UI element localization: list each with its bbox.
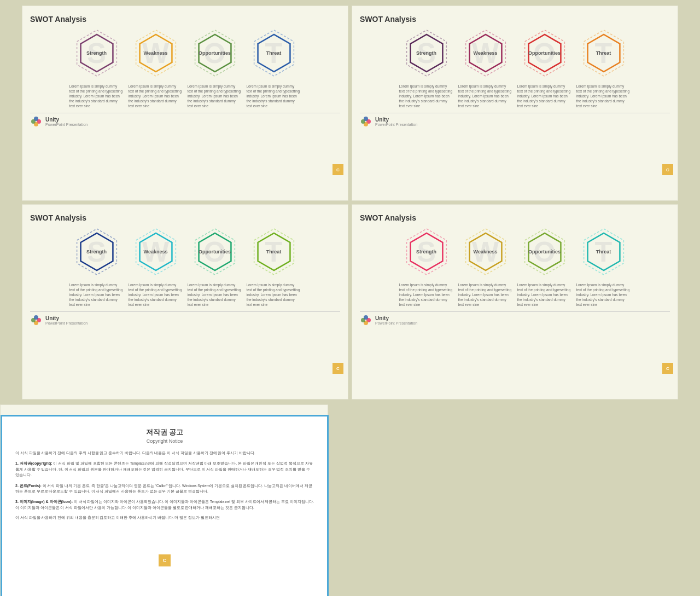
desc-threat: Lorem Ipsum is simply dummy text of the … <box>576 84 631 108</box>
hex-label-threat: Threat <box>255 249 293 254</box>
hex-item-weakness: WWeakness <box>129 29 183 77</box>
slide-2-footer-text: UnityPowerPoint Presentation <box>375 117 417 126</box>
hex-label-threat: Threat <box>585 50 623 56</box>
copyright-container: 저작권 공고 Copyright Notice 이 서식 파일을 사용하기 전에… <box>0 404 328 596</box>
hex-wrapper-opportunities: OOpportunities <box>517 29 572 77</box>
bottom-row: 저작권 공고 Copyright Notice 이 서식 파일을 사용하기 전에… <box>0 404 700 596</box>
hex-label-threat: Threat <box>255 50 293 56</box>
hex-item-threat: TThreat <box>576 228 631 276</box>
hex-wrapper-threat: TThreat <box>247 228 301 276</box>
unity-logo-icon <box>360 314 372 326</box>
copyright-panel: 저작권 공고 Copyright Notice 이 서식 파일을 사용하기 전에… <box>1 415 329 596</box>
hex-wrapper-strength: SStrength <box>399 228 454 276</box>
slide-1-hexagons-row: SStrengthWWeaknessOOpportunitiesTThreat <box>30 29 340 77</box>
hex-wrapper-opportunities: OOpportunities <box>517 228 572 276</box>
copyright-sec2-title: 2. 폰트(Fonts): <box>15 484 42 488</box>
desc-opportunities: Lorem Ipsum is simply dummy text of the … <box>188 84 242 108</box>
footer-sub: PowerPoint Presentation <box>45 123 88 126</box>
slide-1-title: SWOT Analysis <box>30 15 340 24</box>
svg-point-7 <box>364 117 368 121</box>
hex-wrapper-weakness: WWeakness <box>458 29 513 77</box>
copyright-sec3-title: 3. 이미지(Image) & 아이콘(Icon): <box>15 500 73 504</box>
footer-sub: PowerPoint Presentation <box>45 321 88 325</box>
copyright-sec1-title: 1. 저작권(copyright): <box>15 461 52 465</box>
slide-4-footer-text: UnityPowerPoint Presentation <box>375 315 417 325</box>
hex-item-threat: TThreat <box>247 29 301 77</box>
desc-opportunities: Lorem Ipsum is simply dummy text of the … <box>188 282 242 307</box>
hex-label-weakness: Weakness <box>466 50 505 56</box>
hex-wrapper-weakness: WWeakness <box>129 29 183 77</box>
copyright-section-1: 1. 저작권(copyright): 이 서식 파일 및 파일에 포함된 모든 … <box>15 460 314 478</box>
c-badge: C <box>662 363 673 374</box>
slide-3-footer-text: UnityPowerPoint Presentation <box>45 315 88 325</box>
hex-wrapper-strength: SStrength <box>69 228 124 276</box>
slide-1: SWOT AnalysisSStrengthWWeaknessOOpportun… <box>22 5 348 201</box>
copyright-intro: 이 서식 파일을 사용하기 전에 다음의 주의 사항을 읽고 준수하기 바랍니다… <box>15 450 314 456</box>
hex-item-threat: TThreat <box>576 29 631 77</box>
footer-sub: PowerPoint Presentation <box>375 123 417 126</box>
copyright-body: 이 서식 파일을 사용하기 전에 다음의 주의 사항을 읽고 준수하기 바랍니다… <box>15 450 314 521</box>
hex-item-weakness: WWeakness <box>458 29 513 77</box>
slide-2-desc-row: Lorem Ipsum is simply dummy text of the … <box>360 84 670 108</box>
desc-weakness: Lorem Ipsum is simply dummy text of the … <box>129 282 183 307</box>
hex-item-threat: TThreat <box>247 228 301 276</box>
desc-threat: Lorem Ipsum is simply dummy text of the … <box>576 282 631 307</box>
hex-label-strength: Strength <box>78 50 116 56</box>
footer-brand: Unity <box>45 315 88 321</box>
footer-brand: Unity <box>45 117 88 123</box>
hex-item-opportunities: OOpportunities <box>517 228 572 276</box>
slide-3: SWOT AnalysisSStrengthWWeaknessOOpportun… <box>22 204 348 400</box>
desc-strength: Lorem Ipsum is simply dummy text of the … <box>69 84 124 108</box>
unity-logo-icon <box>30 314 42 326</box>
hex-wrapper-strength: SStrength <box>399 29 454 77</box>
hex-wrapper-threat: TThreat <box>576 29 631 77</box>
copyright-footer-text: 이 서식 파일을 사용하기 전에 위의 내용을 충분히 검토하고 이해한 후에 … <box>15 515 314 520</box>
hex-item-opportunities: OOpportunities <box>188 228 242 276</box>
slides-grid: SWOT AnalysisSStrengthWWeaknessOOpportun… <box>22 5 678 400</box>
slide-4-hexagons-row: SStrengthWWeaknessOOpportunitiesTThreat <box>360 228 670 276</box>
slide-4-footer: UnityPowerPoint Presentation <box>360 311 670 326</box>
hex-item-weakness: WWeakness <box>458 228 513 276</box>
desc-threat: Lorem Ipsum is simply dummy text of the … <box>247 282 301 307</box>
hex-item-strength: SStrength <box>69 29 124 77</box>
copyright-sec1-text: 이 서식 파일 및 파일에 포함된 모든 콘텐츠는 Template.net에 … <box>15 461 313 477</box>
slide-2-title: SWOT Analysis <box>360 15 670 24</box>
copyright-section-3: 3. 이미지(Image) & 아이콘(Icon): 이 서식 파일에는 이미지… <box>15 499 314 511</box>
desc-strength: Lorem Ipsum is simply dummy text of the … <box>69 282 124 307</box>
slide-1-footer: UnityPowerPoint Presentation <box>30 113 340 128</box>
hex-label-weakness: Weakness <box>466 249 505 254</box>
footer-brand: Unity <box>375 315 417 321</box>
slide-1-desc-row: Lorem Ipsum is simply dummy text of the … <box>30 84 340 108</box>
copyright-subtitle: Copyright Notice <box>15 438 314 444</box>
hex-label-weakness: Weakness <box>137 50 175 56</box>
hex-item-strength: SStrength <box>399 29 454 77</box>
c-badge: C <box>332 164 343 175</box>
unity-logo-icon <box>360 115 372 128</box>
c-badge: C <box>332 363 343 374</box>
hex-wrapper-strength: SStrength <box>69 29 124 77</box>
footer-brand: Unity <box>375 117 417 123</box>
slide-2: SWOT AnalysisSStrengthWWeaknessOOpportun… <box>352 5 678 201</box>
desc-threat: Lorem Ipsum is simply dummy text of the … <box>247 84 301 108</box>
slide-2-hexagons-row: SStrengthWWeaknessOOpportunitiesTThreat <box>360 29 670 77</box>
desc-strength: Lorem Ipsum is simply dummy text of the … <box>399 84 454 108</box>
slide-3-desc-row: Lorem Ipsum is simply dummy text of the … <box>30 282 340 307</box>
hex-label-strength: Strength <box>78 249 116 254</box>
hex-wrapper-opportunities: OOpportunities <box>188 29 242 77</box>
hex-wrapper-weakness: WWeakness <box>129 228 183 276</box>
hex-label-strength: Strength <box>407 249 446 254</box>
slide-3-footer: UnityPowerPoint Presentation <box>30 311 340 326</box>
hex-item-strength: SStrength <box>69 228 124 276</box>
c-badge: C <box>662 164 673 175</box>
hex-wrapper-opportunities: OOpportunities <box>188 228 242 276</box>
hex-item-opportunities: OOpportunities <box>517 29 572 77</box>
desc-strength: Lorem Ipsum is simply dummy text of the … <box>399 282 454 307</box>
svg-point-15 <box>364 315 368 320</box>
hex-label-opportunities: Opportunities <box>196 50 234 56</box>
hex-label-opportunities: Opportunities <box>526 249 564 254</box>
bottom-right-bg <box>328 404 700 596</box>
svg-point-11 <box>34 315 38 320</box>
slide-1-footer-text: UnityPowerPoint Presentation <box>45 117 88 126</box>
hex-item-strength: SStrength <box>399 228 454 276</box>
hex-item-opportunities: OOpportunities <box>188 29 242 77</box>
